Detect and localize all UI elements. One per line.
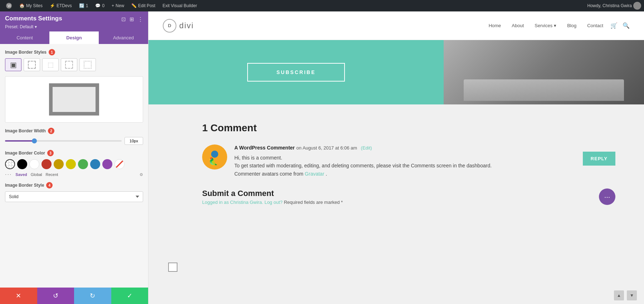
submit-meta: Logged in as Christina Gwira. Log out? R… (202, 200, 343, 205)
image-border-color-label: Image Border Color 3 (5, 150, 143, 156)
scroll-up-arrow[interactable]: ▲ (614, 290, 624, 300)
my-sites-menu[interactable]: 🏠 My Sites (16, 0, 45, 11)
border-styles-row: ▣ ⬚ (5, 58, 143, 71)
site-navigation: D divi Home About Services ▾ Blog Contac… (148, 11, 644, 40)
color-swatch-black[interactable] (17, 159, 27, 169)
svg-point-3 (211, 151, 218, 158)
color-swatch-green[interactable] (78, 159, 88, 169)
nav-about[interactable]: About (512, 23, 524, 28)
color-settings-icon[interactable]: ⚙ (140, 172, 143, 177)
panel-content: Image Border Styles 1 ▣ ⬚ (0, 44, 148, 288)
panel-more-icon[interactable]: ⋮ (138, 16, 143, 23)
reply-button[interactable]: REPLY (583, 152, 615, 166)
color-recent-link[interactable]: Recent (46, 172, 58, 177)
comment-date: on August 6, 2017 at 6:06 am (296, 145, 357, 151)
logout-link[interactable]: Log out? (264, 200, 283, 205)
preview-area: D divi Home About Services ▾ Blog Contac… (148, 11, 644, 304)
scroll-down-arrow[interactable]: ▼ (627, 290, 637, 300)
nav-contact[interactable]: Contact (587, 23, 603, 28)
panel-footer: ✕ ↺ ↻ ✓ (0, 288, 148, 304)
border-inside-icon: ⬚ (48, 61, 54, 69)
border-width-value[interactable]: 10px (125, 137, 143, 145)
color-swatch-gold[interactable] (54, 159, 64, 169)
redo-button[interactable]: ↻ (74, 288, 111, 304)
comments-title: 1 Comment (202, 122, 615, 134)
comments-count[interactable]: 💬 0 (92, 0, 107, 11)
edit-post-link[interactable]: ✏️ Edit Post (128, 0, 158, 11)
logo-circle: D (163, 19, 176, 33)
color-swatches (5, 159, 143, 169)
color-swatch-blue[interactable] (90, 159, 100, 169)
border-style-dotted[interactable] (79, 58, 96, 71)
admin-bar: W 🏠 My Sites ⚡ ETDevs 🔄 1 💬 0 + New ✏️ E… (0, 0, 644, 11)
preview-inner (49, 83, 99, 116)
panel-grid-icon[interactable]: ⊞ (130, 16, 134, 23)
howdy-text: Howdy, Christina Gwira (587, 3, 632, 8)
border-solid-icon: ▣ (10, 60, 17, 69)
etdevs-menu[interactable]: ⚡ ETDevs (47, 0, 75, 11)
content-area: SUBSCRIBE 1 Comment 🦜 (148, 40, 644, 304)
border-style-solid[interactable]: ▣ (5, 58, 21, 71)
svg-text:🦜: 🦜 (208, 157, 218, 167)
save-button[interactable]: ✓ (111, 288, 148, 304)
cart-icon[interactable]: 🛒 (610, 22, 618, 29)
color-swatch-red[interactable] (42, 159, 52, 169)
floating-options-bubble[interactable]: ··· (599, 188, 615, 205)
color-swatch-white[interactable] (29, 159, 39, 169)
color-swatch-transparent[interactable] (5, 159, 15, 169)
panel-header: Comments Settings ⊡ ⊞ ⋮ Preset: Default … (0, 11, 148, 31)
tab-advanced[interactable]: Advanced (99, 31, 148, 44)
new-menu[interactable]: + New (109, 0, 127, 11)
search-icon[interactable]: 🔍 (623, 22, 630, 29)
site-logo: D divi (163, 19, 194, 33)
comment-item: 🦜 A WordPress Commenter on August 6, 201… (202, 144, 615, 178)
nav-services[interactable]: Services ▾ (535, 23, 556, 28)
color-global-link[interactable]: Global (31, 172, 42, 177)
comment-meta: A WordPress Commenter on August 6, 2017 … (234, 144, 576, 151)
cancel-button[interactable]: ✕ (0, 288, 37, 304)
user-avatar[interactable] (633, 2, 641, 10)
subscribe-button[interactable]: SUBSCRIBE (247, 63, 345, 82)
comment-body: A WordPress Commenter on August 6, 2017 … (234, 144, 576, 178)
checkbox-overlay[interactable] (168, 263, 177, 272)
panel-preset[interactable]: Preset: Default ▾ (5, 24, 143, 29)
border-style-dashed[interactable] (61, 58, 77, 71)
border-style-select[interactable]: Solid Dashed Dotted Double Groove Ridge … (5, 191, 143, 202)
submit-comment-section: Submit a Comment Logged in as Christina … (202, 188, 615, 205)
logo-text: divi (179, 21, 194, 30)
border-width-slider[interactable] (5, 140, 122, 142)
exit-builder-link[interactable]: Exit Visual Builder (160, 0, 200, 11)
undo-button[interactable]: ↺ (37, 288, 74, 304)
color-saved-row: ··· Saved Global Recent ⚙ (5, 171, 143, 178)
color-dots: ··· (5, 171, 12, 178)
hero-image (444, 40, 644, 104)
comment-edit-link[interactable]: (Edit) (361, 145, 372, 151)
panel-tabs: Content Design Advanced (0, 31, 148, 44)
bottom-nav: ▲ ▼ (614, 290, 637, 300)
nav-home[interactable]: Home (489, 23, 501, 28)
border-width-slider-row: 10px (5, 137, 143, 145)
color-swatch-yellow[interactable] (66, 159, 76, 169)
image-border-width-label: Image Border Width 2 (5, 128, 143, 134)
panel-window-icon[interactable]: ⊡ (121, 16, 126, 23)
color-swatch-eraser[interactable] (114, 159, 125, 169)
border-style-inside[interactable]: ⬚ (42, 58, 59, 71)
laptop-visual (444, 40, 644, 104)
color-saved-link[interactable]: Saved (15, 172, 27, 177)
svg-text:W: W (8, 4, 11, 8)
loop-counter[interactable]: 🔄 1 (76, 0, 91, 11)
panel-title: Comments Settings (5, 15, 62, 22)
image-border-styles-label: Image Border Styles 1 (5, 49, 143, 55)
border-style-outside[interactable] (24, 58, 40, 71)
tab-content[interactable]: Content (0, 31, 49, 44)
nav-blog[interactable]: Blog (567, 23, 576, 28)
gravatar-link[interactable]: Gravatar (305, 171, 324, 177)
color-swatch-purple[interactable] (102, 159, 112, 169)
logged-in-link[interactable]: Logged in as Christina Gwira. (202, 200, 263, 205)
badge-3: 3 (47, 150, 54, 156)
wp-icon[interactable]: W (3, 0, 15, 11)
tab-design[interactable]: Design (49, 31, 99, 44)
submit-title: Submit a Comment (202, 189, 343, 198)
badge-2: 2 (48, 128, 54, 134)
main-layout: Comments Settings ⊡ ⊞ ⋮ Preset: Default … (0, 11, 644, 304)
